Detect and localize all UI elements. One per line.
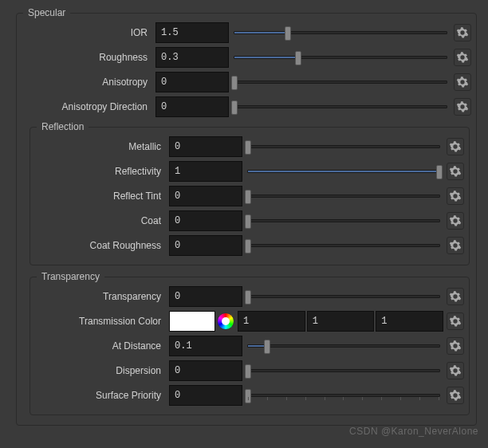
- slider-reflectivity[interactable]: [247, 161, 440, 182]
- row-reflectivity: Reflectivity: [35, 159, 464, 183]
- slider-reflect-tint[interactable]: [247, 186, 440, 206]
- input-at-distance[interactable]: [169, 336, 242, 356]
- input-transmission-r[interactable]: [238, 311, 305, 332]
- input-ior[interactable]: [155, 22, 229, 43]
- row-transmission-color: Transmission Color: [35, 309, 464, 333]
- input-roughness[interactable]: [155, 47, 229, 68]
- row-ior: IOR: [22, 21, 471, 45]
- specular-group: Specular IOR Roughness Anisotropy: [16, 13, 477, 426]
- slider-surface-priority[interactable]: [247, 385, 440, 406]
- input-coat[interactable]: [169, 210, 242, 231]
- label-surface-priority: Surface Priority: [35, 390, 169, 401]
- reflection-group: Reflection Metallic Reflectivity Reflect…: [30, 127, 470, 265]
- slider-transparency[interactable]: [247, 286, 440, 307]
- label-anisotropy-direction: Anisotropy Direction: [22, 101, 155, 112]
- slider-metallic[interactable]: [247, 136, 440, 157]
- color-swatch[interactable]: [169, 311, 215, 332]
- row-dispersion: Dispersion: [35, 359, 464, 383]
- gear-icon[interactable]: [447, 387, 464, 404]
- label-coat: Coat: [35, 215, 169, 226]
- row-at-distance: At Distance: [35, 334, 464, 358]
- input-transparency[interactable]: [169, 286, 242, 307]
- label-transparency: Transparency: [35, 291, 169, 302]
- input-surface-priority[interactable]: [169, 385, 242, 406]
- slider-dispersion[interactable]: [247, 360, 440, 381]
- specular-legend: Specular: [23, 7, 70, 18]
- input-dispersion[interactable]: [169, 360, 242, 381]
- gear-icon[interactable]: [447, 212, 464, 230]
- gear-icon[interactable]: [447, 163, 464, 180]
- slider-ior[interactable]: [234, 22, 447, 43]
- label-roughness: Roughness: [22, 52, 155, 63]
- input-transmission-b[interactable]: [376, 311, 443, 332]
- label-reflect-tint: Reflect Tint: [35, 191, 169, 202]
- transparency-group: Transparency Transparency Transmission C…: [30, 277, 470, 415]
- row-anisotropy-direction: Anisotropy Direction: [22, 95, 471, 119]
- label-at-distance: At Distance: [35, 340, 169, 352]
- gear-icon[interactable]: [447, 237, 464, 254]
- slider-at-distance[interactable]: [247, 336, 440, 356]
- label-dispersion: Dispersion: [35, 365, 169, 376]
- label-coat-roughness: Coat Roughness: [35, 240, 169, 251]
- slider-roughness[interactable]: [234, 47, 447, 68]
- label-reflectivity: Reflectivity: [35, 166, 169, 177]
- label-transmission-color: Transmission Color: [35, 316, 169, 327]
- row-coat: Coat: [35, 209, 464, 233]
- gear-icon[interactable]: [454, 49, 471, 66]
- gear-icon[interactable]: [454, 73, 471, 91]
- slider-anisotropy[interactable]: [234, 72, 447, 92]
- gear-icon[interactable]: [447, 288, 464, 305]
- input-transmission-g[interactable]: [307, 311, 375, 332]
- input-coat-roughness[interactable]: [169, 235, 242, 256]
- gear-icon[interactable]: [447, 138, 464, 155]
- row-metallic: Metallic: [35, 135, 464, 159]
- gear-icon[interactable]: [454, 98, 471, 116]
- label-anisotropy: Anisotropy: [22, 77, 155, 88]
- gear-icon[interactable]: [447, 362, 464, 379]
- slider-anisotropy-direction[interactable]: [234, 96, 447, 117]
- row-surface-priority: Surface Priority: [35, 383, 464, 407]
- row-coat-roughness: Coat Roughness: [35, 234, 464, 257]
- reflection-legend: Reflection: [37, 121, 89, 132]
- label-ior: IOR: [22, 27, 155, 38]
- color-wheel-icon[interactable]: [217, 312, 234, 330]
- row-reflect-tint: Reflect Tint: [35, 184, 464, 208]
- slider-coat-roughness[interactable]: [247, 235, 440, 256]
- row-transparency: Transparency: [35, 285, 464, 308]
- slider-coat[interactable]: [247, 210, 440, 231]
- input-metallic[interactable]: [169, 136, 242, 157]
- input-anisotropy-direction[interactable]: [155, 96, 229, 117]
- label-metallic: Metallic: [35, 141, 169, 152]
- watermark: CSDN @Karon_NeverAlone: [349, 426, 478, 437]
- transparency-legend: Transparency: [37, 271, 104, 282]
- gear-icon[interactable]: [447, 187, 464, 205]
- row-roughness: Roughness: [22, 45, 471, 69]
- gear-icon[interactable]: [454, 24, 471, 41]
- gear-icon[interactable]: [447, 312, 464, 330]
- input-reflectivity[interactable]: [169, 161, 242, 182]
- gear-icon[interactable]: [447, 337, 464, 355]
- row-anisotropy: Anisotropy: [22, 70, 471, 94]
- input-anisotropy[interactable]: [155, 72, 229, 92]
- input-reflect-tint[interactable]: [169, 186, 242, 206]
